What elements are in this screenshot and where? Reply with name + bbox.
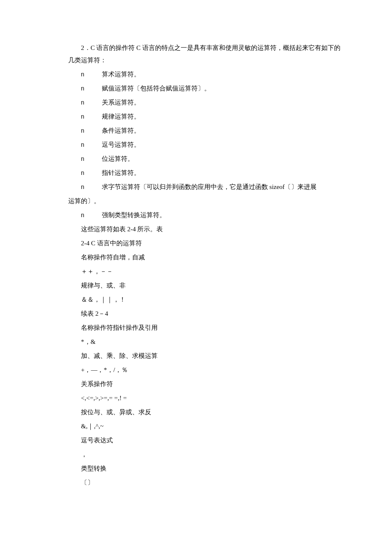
- body-line: &,｜,^,~: [68, 420, 341, 433]
- bullet-marker: n: [81, 167, 100, 179]
- bullet-item: n 条件运算符。: [68, 125, 341, 137]
- intro-paragraph: 2．C 语言的操作符 C 语言的特点之一是具有丰富和使用灵敏的运算符，概括起来它…: [68, 42, 341, 67]
- body-line: 2-4 C 语言中的运算符: [68, 237, 341, 250]
- bullet-text: 指针运算符。: [102, 169, 140, 176]
- document-page: 2．C 语言的操作符 C 语言的特点之一是具有丰富和使用灵敏的运算符，概括起来它…: [0, 0, 392, 516]
- bullet-marker: n: [81, 110, 100, 123]
- bullet-marker: n: [81, 181, 100, 193]
- bullet-text: 强制类型转换运算符。: [102, 212, 166, 218]
- bullet-text: 位运算符。: [102, 155, 134, 162]
- body-line: 加、减、乘、除、求模运算: [68, 350, 341, 362]
- bullet-text: 算术运算符。: [102, 71, 140, 78]
- body-line: 〔〕: [68, 477, 341, 489]
- bullet-text: 求字节运算符〔可以归并到函数的应用中去，它是通过函数 sizeof〔〕来进展: [102, 183, 317, 190]
- bullet-item: n 强制类型转换运算符。: [68, 209, 341, 221]
- body-line: 类型转换: [68, 462, 341, 475]
- bullet-item: n 算术运算符。: [68, 68, 341, 81]
- bullet-item-continuation: 运算的〕。: [68, 195, 341, 207]
- body-line: 名称操作符指针操作及引用: [68, 322, 341, 334]
- bullet-marker: n: [81, 209, 100, 221]
- body-line: +，―，*，/，％: [68, 364, 341, 376]
- body-line: 关系操作符: [68, 378, 341, 390]
- bullet-item: n 求字节运算符〔可以归并到函数的应用中去，它是通过函数 sizeof〔〕来进展: [68, 181, 341, 193]
- bullet-item: n 赋值运算符〔包括符合赋值运算符〕。: [68, 82, 341, 95]
- bullet-text: 赋值运算符〔包括符合赋值运算符〕。: [102, 85, 210, 92]
- body-line: 逗号表达式: [68, 434, 341, 447]
- body-line: <,<=,>,>=,= =,! =: [68, 392, 341, 404]
- bullet-item: n 规律运算符。: [68, 110, 341, 123]
- body-line: 名称操作符自增，自减: [68, 251, 341, 264]
- bullet-item: n 位运算符。: [68, 153, 341, 165]
- body-line: ＋＋，－－: [68, 265, 341, 278]
- body-line: 规律与、或、非: [68, 279, 341, 292]
- bullet-text: 逗号运算符。: [102, 141, 140, 148]
- bullet-marker: n: [81, 125, 100, 137]
- body-line: 按位与、或、异或、求反: [68, 406, 341, 418]
- body-line: ＆＆，｜｜，！: [68, 293, 341, 306]
- bullet-marker: n: [81, 82, 100, 95]
- bullet-item: n 关系运算符。: [68, 96, 341, 109]
- bullet-text: 规律运算符。: [102, 113, 140, 120]
- bullet-text: 关系运算符。: [102, 99, 140, 106]
- bullet-text: 条件运算符。: [102, 127, 140, 134]
- bullet-marker: n: [81, 68, 100, 81]
- bullet-item: n 逗号运算符。: [68, 139, 341, 151]
- body-line: ，: [68, 448, 341, 461]
- body-line: 续表 2－4: [68, 308, 341, 320]
- bullet-marker: n: [81, 153, 100, 165]
- body-line: 这些运算符如表 2-4 所示。表: [68, 223, 341, 235]
- bullet-marker: n: [81, 139, 100, 151]
- body-line: *，&: [68, 336, 341, 348]
- bullet-item: n 指针运算符。: [68, 167, 341, 179]
- bullet-marker: n: [81, 96, 100, 109]
